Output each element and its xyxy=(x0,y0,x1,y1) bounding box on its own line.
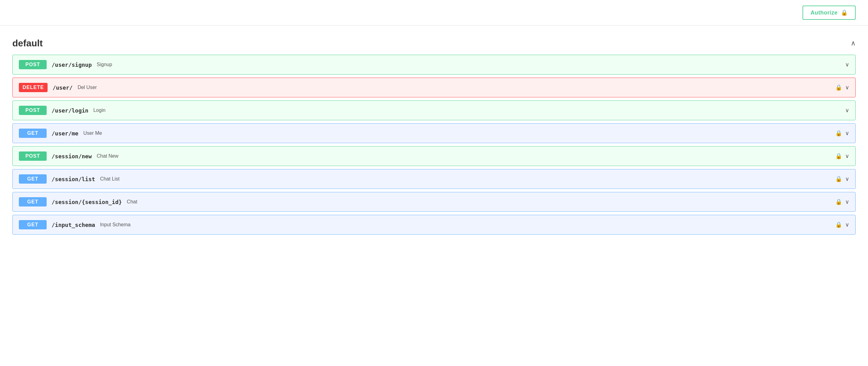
endpoint-description-user-login: Login xyxy=(93,108,105,113)
expand-icon-user-me[interactable]: ∨ xyxy=(845,130,849,137)
endpoint-description-session-id: Chat xyxy=(127,199,137,205)
lock-icon-user-delete: 🔒 xyxy=(835,84,842,91)
expand-icon-user-login[interactable]: ∨ xyxy=(845,107,849,114)
endpoint-right-session-list: 🔒∨ xyxy=(835,176,849,182)
endpoint-row-user-delete[interactable]: DELETE/user/Del User🔒∨ xyxy=(12,78,856,97)
main-content: default ∧ POST/user/signupSignup∨DELETE/… xyxy=(0,26,868,247)
expand-icon-user-delete[interactable]: ∨ xyxy=(845,84,849,91)
endpoint-right-input-schema: 🔒∨ xyxy=(835,221,849,228)
collapse-icon[interactable]: ∧ xyxy=(851,39,856,47)
endpoint-row-user-me[interactable]: GET/user/meUser Me🔒∨ xyxy=(12,123,856,143)
lock-icon: 🔒 xyxy=(841,9,848,16)
endpoint-description-user-delete: Del User xyxy=(78,85,97,90)
endpoint-path-input-schema: /input_schema xyxy=(52,222,95,228)
expand-icon-session-new[interactable]: ∨ xyxy=(845,153,849,160)
endpoint-path-session-new: /session/new xyxy=(52,153,92,160)
endpoint-path-user-login: /user/login xyxy=(52,107,88,114)
lock-icon-session-id: 🔒 xyxy=(835,198,842,205)
endpoint-path-user-delete: /user/ xyxy=(53,84,72,91)
section-title: default xyxy=(12,38,43,49)
endpoint-row-input-schema[interactable]: GET/input_schemaInput Schema🔒∨ xyxy=(12,215,856,235)
endpoint-description-user-signup: Signup xyxy=(97,62,112,67)
endpoint-right-user-me: 🔒∨ xyxy=(835,130,849,137)
method-badge-user-delete: DELETE xyxy=(19,83,48,92)
section-header: default ∧ xyxy=(12,38,856,49)
endpoint-path-user-me: /user/me xyxy=(52,130,79,137)
method-badge-input-schema: GET xyxy=(19,220,46,229)
expand-icon-user-signup[interactable]: ∨ xyxy=(845,61,849,68)
endpoint-path-user-signup: /user/signup xyxy=(52,61,92,68)
endpoint-right-session-new: 🔒∨ xyxy=(835,153,849,160)
method-badge-user-me: GET xyxy=(19,129,46,138)
endpoint-description-user-me: User Me xyxy=(84,131,102,136)
lock-icon-user-me: 🔒 xyxy=(835,130,842,137)
method-badge-session-id: GET xyxy=(19,197,46,206)
method-badge-session-list: GET xyxy=(19,174,46,184)
expand-icon-session-list[interactable]: ∨ xyxy=(845,176,849,182)
endpoint-row-session-id[interactable]: GET/session/{session_id}Chat🔒∨ xyxy=(12,192,856,212)
expand-icon-input-schema[interactable]: ∨ xyxy=(845,221,849,228)
endpoint-row-user-login[interactable]: POST/user/loginLogin∨ xyxy=(12,101,856,120)
method-badge-user-login: POST xyxy=(19,106,46,115)
lock-icon-input-schema: 🔒 xyxy=(835,221,842,228)
method-badge-session-new: POST xyxy=(19,151,46,161)
authorize-label: Authorize xyxy=(810,9,838,16)
endpoint-row-user-signup[interactable]: POST/user/signupSignup∨ xyxy=(12,55,856,75)
lock-icon-session-list: 🔒 xyxy=(835,176,842,182)
endpoint-path-session-id: /session/{session_id} xyxy=(52,199,122,205)
endpoint-description-session-new: Chat New xyxy=(97,153,118,159)
endpoint-description-input-schema: Input Schema xyxy=(100,222,131,227)
endpoint-right-session-id: 🔒∨ xyxy=(835,198,849,205)
top-bar: Authorize 🔒 xyxy=(0,0,868,26)
endpoint-right-user-signup: ∨ xyxy=(845,61,849,68)
endpoint-path-session-list: /session/list xyxy=(52,176,95,182)
endpoint-row-session-list[interactable]: GET/session/listChat List🔒∨ xyxy=(12,169,856,189)
endpoint-row-session-new[interactable]: POST/session/newChat New🔒∨ xyxy=(12,146,856,166)
endpoint-list: POST/user/signupSignup∨DELETE/user/Del U… xyxy=(12,55,856,235)
endpoint-right-user-delete: 🔒∨ xyxy=(835,84,849,91)
endpoint-right-user-login: ∨ xyxy=(845,107,849,114)
expand-icon-session-id[interactable]: ∨ xyxy=(845,198,849,205)
lock-icon-session-new: 🔒 xyxy=(835,153,842,160)
method-badge-user-signup: POST xyxy=(19,60,46,69)
authorize-button[interactable]: Authorize 🔒 xyxy=(803,5,856,20)
endpoint-description-session-list: Chat List xyxy=(100,176,120,182)
